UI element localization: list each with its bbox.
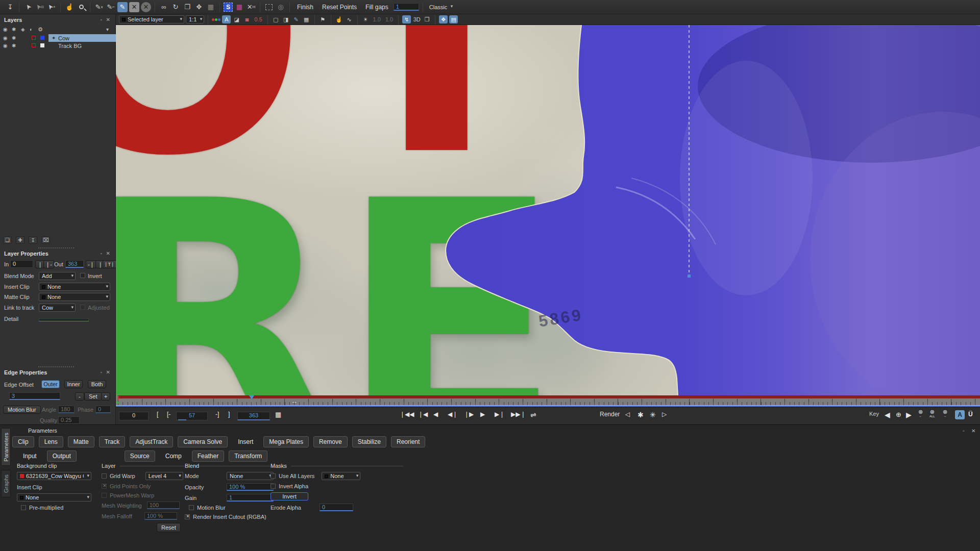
select-both-cursor-icon[interactable]: ➤B (35, 2, 45, 12)
loop-mode-button[interactable]: ⇌ (530, 411, 536, 419)
brightness-icon[interactable]: ☀ (361, 15, 370, 23)
grid-warp-checkbox[interactable] (102, 473, 107, 479)
set-out-button[interactable]: -] (215, 411, 219, 418)
gain-field[interactable]: 1 (227, 494, 274, 502)
add-point-b-spline-icon[interactable]: ✎⌐ (106, 2, 116, 12)
selected-layer-dropdown[interactable]: Selected layer (119, 15, 184, 23)
premultiplied-checkbox[interactable] (21, 505, 26, 510)
add-layer-icon[interactable]: ✚ (16, 236, 24, 244)
panel-splitter[interactable] (38, 247, 74, 248)
next-keyframe-button[interactable]: ▶❘ (495, 411, 504, 418)
gear-icon[interactable]: ✱ (12, 43, 16, 48)
viewer-canvas[interactable]: OT RE 5869 (116, 25, 980, 395)
opacity-field[interactable]: 100 % (227, 483, 274, 491)
blend-motion-blur-checkbox[interactable] (189, 505, 194, 510)
add-key-button[interactable]: ⊕ (896, 411, 901, 418)
out-end-button[interactable]: ❘T❘ (103, 260, 116, 268)
surface-corner-handle[interactable] (688, 274, 691, 278)
tab-reorient[interactable]: Reorient (391, 436, 425, 447)
show-handles-icon[interactable]: ☝ (335, 15, 344, 23)
prev-keyframe-button[interactable]: ❘◀ (418, 411, 428, 418)
exposure-value[interactable]: 1.0 (372, 16, 382, 22)
mesh-weighting-field[interactable]: 100 (147, 502, 180, 509)
mesh-grid-icon[interactable]: ▦ (234, 2, 244, 12)
add-point-x-spline-icon[interactable]: ✎x (94, 2, 104, 12)
gear-icon[interactable]: ✱ (12, 35, 16, 41)
3d-view-toggle[interactable]: 3D (412, 15, 421, 23)
blend-mode-dropdown[interactable]: None (227, 472, 274, 480)
out-trim-button[interactable]: -❘ (86, 260, 96, 268)
tab-camera-solve[interactable]: Camera Solve (178, 436, 228, 447)
close-panel-icon[interactable]: ✕ (971, 428, 975, 434)
alpha-view-icon[interactable]: A (222, 15, 231, 23)
overlay-opacity-value[interactable]: 0.5 (253, 16, 263, 22)
dock-panel-icon[interactable]: ▫ (101, 17, 102, 22)
in-trim-button[interactable]: ❘- (43, 260, 54, 268)
create-x-spline-circle-icon[interactable]: ✕ (141, 2, 151, 12)
goto-end-button[interactable]: ▶▶❘ (511, 411, 526, 418)
grid-warp-tool-icon[interactable]: ▦ (206, 2, 216, 12)
edge-both-button[interactable]: Both (88, 380, 106, 388)
create-x-spline-icon[interactable]: ✎ (117, 2, 128, 12)
pan-hand-icon[interactable]: ☝ (64, 2, 75, 12)
side-tab-graphs[interactable]: Graphs (1, 470, 11, 497)
grid-points-only-checkbox[interactable] (102, 484, 107, 489)
timeline-ruler[interactable]: ❙ ◆ ↔ (116, 395, 980, 407)
matte-clip-dropdown[interactable]: None (39, 293, 110, 301)
show-grid-icon[interactable]: ▦ (302, 15, 311, 23)
import-layer-icon[interactable]: ↧ (29, 236, 37, 244)
gamma-value[interactable]: 1.0 (384, 16, 395, 22)
detail-slider[interactable] (39, 320, 89, 321)
subtab-source[interactable]: Source (125, 450, 155, 462)
marquee-tool-icon[interactable] (264, 2, 274, 12)
lasso-tool-icon[interactable]: ↻ (170, 2, 181, 12)
step-forward-button[interactable]: ❘▶ (464, 411, 474, 418)
subtab-input[interactable]: Input (17, 450, 42, 462)
use-all-layers-checkbox[interactable] (271, 473, 276, 479)
show-splines-icon[interactable]: ✎ (292, 15, 301, 23)
close-panel-icon[interactable]: ✕ (106, 251, 110, 256)
background-clip-dropdown[interactable]: 6321639_Cow Wagyu Co (17, 472, 91, 480)
set-in-button[interactable]: [- (167, 411, 170, 418)
show-layer-mattes-icon[interactable]: ▢ (272, 15, 280, 23)
move-tool-icon[interactable]: ✥ (194, 2, 204, 12)
matte-view-icon[interactable]: ◪ (232, 15, 241, 23)
overlay-view-icon[interactable]: ◙ (242, 15, 251, 23)
goto-in-button[interactable]: [ (157, 411, 158, 418)
phase-field[interactable]: 0 (95, 406, 111, 413)
fill-gaps-button[interactable]: Fill gaps (362, 3, 392, 12)
tab-adjusttrack[interactable]: AdjustTrack (130, 436, 173, 447)
play-button[interactable]: ▶ (480, 411, 485, 418)
expand-surface-icon[interactable]: ✕H (246, 2, 256, 12)
render-backward-button[interactable]: ◁ (625, 411, 630, 418)
tab-lens[interactable]: Lens (39, 436, 63, 447)
measure-tool-icon[interactable]: ◎ (276, 2, 286, 12)
tab-insert[interactable]: Insert (232, 436, 259, 447)
edge-inner-button[interactable]: Inner (64, 380, 83, 388)
matte-color-swatch[interactable] (32, 36, 36, 40)
close-panel-icon[interactable]: ✕ (106, 369, 110, 375)
subtab-feather[interactable]: Feather (192, 450, 224, 462)
edge-offset-plus-button[interactable]: + (101, 392, 110, 400)
link-tool-icon[interactable]: ∞ (159, 2, 169, 12)
invert-alpha-checkbox[interactable] (271, 484, 276, 489)
goto-out-button[interactable]: ] (228, 411, 230, 418)
select-cursor-icon[interactable]: ➤ (23, 2, 33, 12)
node-view-icon[interactable]: ❖ (439, 15, 448, 23)
powermesh-warp-checkbox[interactable] (102, 493, 107, 498)
angle-field[interactable]: 180 (58, 406, 75, 413)
insert-clip-dropdown[interactable]: None (17, 493, 91, 502)
next-key-button[interactable]: ▶ (906, 411, 912, 419)
edge-offset-value-field[interactable]: 3 (9, 392, 60, 400)
render-settings-gear-icon[interactable]: ✱ (638, 411, 644, 419)
show-spline-fill-icon[interactable]: ◨ (282, 15, 290, 23)
finish-button[interactable]: Finish (293, 3, 317, 12)
subtab-transform[interactable]: Transform (229, 450, 267, 462)
in-frame-field[interactable]: 0 (10, 260, 33, 268)
blend-mode-dropdown[interactable]: Add (39, 272, 76, 280)
mask-invert-button[interactable]: Invert (271, 492, 308, 500)
tab-remove[interactable]: Remove (313, 436, 348, 447)
layout-view-icon[interactable]: ▤ (449, 15, 458, 23)
rgb-channels-icon[interactable] (212, 15, 220, 23)
export-icon[interactable]: ↧ (5, 2, 15, 12)
